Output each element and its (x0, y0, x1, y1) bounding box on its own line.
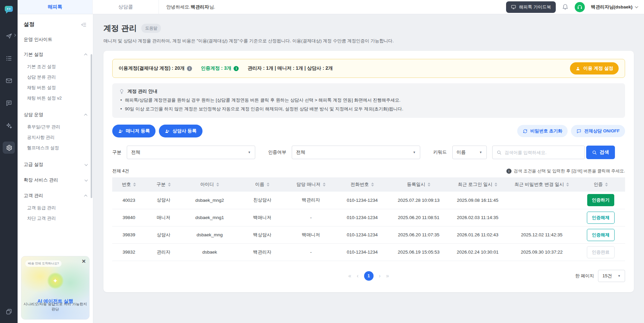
sidebar-group-advanced-settings[interactable]: 고급 설정 (24, 158, 87, 171)
gear-icon[interactable] (3, 142, 15, 154)
sidebar-item-announcement[interactable]: 공지사항 관리 (24, 132, 87, 143)
mail-icon[interactable] (3, 74, 15, 87)
sidebar-item-label: 운영 인사이트 (24, 37, 52, 43)
search-button-label: 검색 (600, 149, 609, 155)
person-icon (575, 66, 580, 71)
account-notice-box: 계정 관리 안내 해피톡/상담콜 계정연결을 원하실 경우 원하는 [상담콜 계… (112, 83, 625, 118)
app-root: 해피톡 상담콜 안녕하세요.백관리자 님. 해피톡 가이드북 백관리자님(dsb… (0, 0, 644, 323)
prev-page-button[interactable]: ‹ (357, 273, 358, 279)
sparkles-icon[interactable] (3, 119, 15, 131)
sidebar-group-label: 상담 운영 (24, 112, 43, 118)
bell-icon[interactable] (562, 3, 569, 11)
keyword-field-select[interactable]: 이름 ▼ (452, 146, 487, 159)
happytalk-logo[interactable] (3, 4, 14, 15)
lightbulb-icon (119, 89, 124, 94)
sort-icon (371, 182, 374, 187)
column-header-registered[interactable]: 등록일시 (389, 177, 448, 192)
column-header-last-login[interactable]: 최근 로그인 일시 (448, 177, 507, 192)
headset-icon[interactable] (575, 2, 585, 12)
sidebar-group-label: 고객 관리 (24, 193, 43, 199)
help-badge[interactable]: 도움말 (141, 24, 161, 33)
column-header-manager[interactable]: 담당 매니저 (287, 177, 335, 192)
refresh-icon (523, 129, 528, 134)
current-page-button[interactable]: 1 (364, 271, 374, 281)
register-manager-label: 매니저 등록 (126, 128, 150, 134)
sidebar-item-helpdesk[interactable]: 헬프데스크 설정 (24, 143, 87, 153)
info-icon[interactable]: i (187, 66, 192, 71)
info-icon[interactable]: i (234, 66, 239, 71)
auth-complete-button: 인증완료 (587, 246, 615, 258)
cell-no: 40023 (112, 192, 146, 209)
register-agent-button[interactable]: 상담사 등록 (159, 125, 202, 137)
unauthenticate-button[interactable]: 인증해제 (587, 229, 615, 241)
reset-password-label: 비밀번호 초기화 (530, 128, 563, 134)
sidebar-group-consult-operation[interactable]: 상담 운영 (24, 108, 87, 122)
sidebar-group-extension-service[interactable]: 확장 서비스 관리 (24, 173, 87, 187)
guidebook-button[interactable]: 해피톡 가이드북 (506, 1, 556, 13)
sidebar-group-basic-settings[interactable]: 기본 설정 (24, 48, 87, 61)
chevron-up-icon (84, 113, 88, 117)
search-button[interactable]: 검색 (586, 146, 615, 159)
sidebar-item-chat-button-v2[interactable]: 채팅 버튼 설정 v2 (24, 93, 87, 103)
search-input[interactable] (505, 150, 580, 155)
tab-happytalk[interactable]: 해피톡 (18, 0, 93, 14)
sidebar-group-customer-management[interactable]: 고객 관리 (24, 189, 87, 202)
sidebar: 설정 운영 인사이트 기본 설정 기본 조건 설정 상담 분류 관리 채팅 버튼… (18, 14, 93, 323)
cell-phone: 010-1234-1234 (335, 226, 389, 243)
column-header-id[interactable]: 아이디 (182, 177, 238, 192)
authenticate-button[interactable]: 인증하기 (587, 194, 614, 206)
verify-select[interactable]: 전체 ▼ (292, 146, 420, 159)
tab-counselcall[interactable]: 상담콜 (93, 0, 159, 14)
chevron-up-icon (84, 194, 88, 198)
pagination: « ‹ 1 › » 한 페이지 15건 ▼ (112, 270, 625, 282)
sort-icon (495, 182, 497, 187)
sidebar-item-holiday-work[interactable]: 휴무일/근무 관리 (24, 122, 87, 132)
column-header-name[interactable]: 이름 (238, 177, 287, 192)
sidebar-item-label: 기본 조건 설정 (27, 64, 56, 70)
next-page-button[interactable]: › (379, 273, 381, 279)
per-page-value: 15건 (602, 273, 612, 279)
column-header-no[interactable]: 번호 (112, 177, 146, 192)
sidebar-collapse-icon[interactable] (81, 22, 87, 28)
chevron-down-icon: ▼ (618, 274, 621, 278)
sidebar-item-chat-button[interactable]: 채팅 버튼 설정 (24, 82, 87, 93)
register-manager-button[interactable]: 매니저 등록 (112, 125, 156, 137)
sidebar-item-basic-condition[interactable]: 기본 조건 설정 (24, 61, 87, 72)
sidebar-scrollbar[interactable] (91, 54, 92, 198)
sidebar-item-consult-category[interactable]: 상담 분류 관리 (24, 72, 87, 82)
first-page-button[interactable]: « (348, 273, 351, 279)
chat-icon[interactable] (3, 97, 15, 109)
send-icon[interactable] (3, 30, 15, 42)
usage-account-settings-button[interactable]: 이용 계정 설정 (570, 62, 619, 74)
cell-registered: 2025.06.20 11:07:35 (389, 226, 448, 243)
sort-icon (566, 182, 569, 187)
main-content: 계정 관리 도움말 매니저 및 상담사 계정을 관리하며, 계정 비용은 "이용… (93, 14, 644, 323)
cell-type: 관리자 (146, 243, 182, 261)
sidebar-item-label: 고객 등급 관리 (27, 205, 56, 211)
per-page-select[interactable]: 15건 ▼ (598, 270, 625, 282)
column-header-auth[interactable]: 인증 (576, 177, 625, 192)
topbar: 해피톡 상담콜 안녕하세요.백관리자 님. 해피톡 가이드북 백관리자님(dsb… (18, 0, 644, 14)
close-icon[interactable]: ✕ (81, 259, 86, 264)
cell-no: 39832 (112, 243, 146, 261)
column-header-type[interactable]: 구분 (146, 177, 182, 192)
sidebar-item-blocked-customer[interactable]: 차단 고객 관리 (24, 213, 87, 223)
chevron-up-icon (84, 53, 88, 57)
reset-password-button[interactable]: 비밀번호 초기화 (517, 125, 568, 137)
user-menu[interactable]: 백관리자님(dsbaek) (591, 4, 637, 10)
table-row: 39839 상담사 dsbaek_mng 백상담사 백매니저 010-1234-… (112, 226, 625, 243)
last-page-button[interactable]: » (386, 273, 389, 279)
cell-last-login: 2025.09.08 16:11:45 (448, 192, 507, 209)
list-icon[interactable] (3, 52, 15, 64)
windows-icon[interactable] (3, 305, 15, 318)
unauthenticate-button[interactable]: 인증해제 (587, 212, 615, 224)
category-select[interactable]: 전체 ▼ (127, 146, 255, 159)
search-icon (497, 150, 502, 155)
sidebar-item-customer-grade[interactable]: 고객 등급 관리 (24, 202, 87, 213)
column-header-pw-changed[interactable]: 최근 비밀번호 변경 일시 (507, 177, 576, 192)
column-header-phone[interactable]: 전화번호 (335, 177, 389, 192)
toggle-all-consult-button[interactable]: 전체상담 ON/OFF (571, 125, 625, 137)
sidebar-item-operation-insight[interactable]: 운영 인사이트 (24, 34, 87, 46)
cell-name: 백관리자 (238, 243, 287, 261)
cell-last-login: 2026.02.03 11:14:35 (448, 209, 507, 226)
